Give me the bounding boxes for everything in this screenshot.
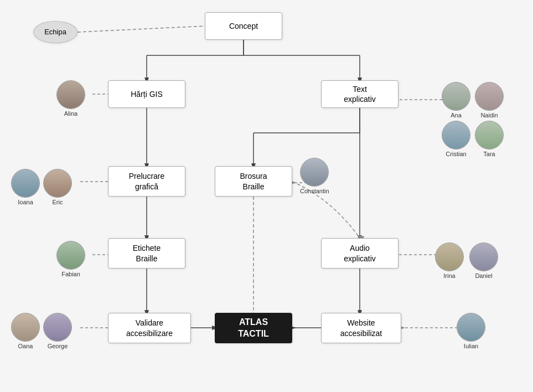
node-validare: Validare accesibilizare (108, 313, 191, 343)
avatar-wrapper-iulian: Iulian (457, 313, 485, 349)
avatar-wrapper-ana: Ana (442, 82, 470, 118)
avatar-label-alina: Alina (64, 110, 77, 117)
node-audio: Audio explicativ (321, 238, 399, 269)
node-text-explicativ: Text explicativ (321, 80, 399, 108)
text-explicativ-label: Text explicativ (344, 84, 376, 104)
avatar-eric (43, 169, 72, 198)
prelucrare-label: Prelucrare grafică (129, 171, 165, 191)
avatar-wrapper-constantin: Constantin (300, 158, 329, 194)
svg-line-0 (77, 26, 205, 32)
avatar-ana (442, 82, 470, 111)
avatar-label-eric: Eric (53, 199, 63, 205)
avatar-label-constantin: Constantin (300, 188, 329, 194)
etichete-label: Etichete Braille (133, 243, 161, 263)
node-prelucrare: Prelucrare grafică (108, 166, 185, 197)
avatar-wrapper-cristian: Cristian (442, 121, 470, 157)
avatar-wrapper-tara: Tara (475, 121, 504, 157)
avatar-label-oana: Oana (18, 343, 33, 349)
avatar-tara (475, 121, 504, 149)
avatar-irina (435, 243, 464, 271)
node-concept: Concept (205, 12, 282, 40)
avatar-naidin (475, 82, 504, 111)
avatar-label-iulian: Iulian (464, 343, 478, 349)
avatar-alina (56, 80, 85, 109)
node-echipa: Echipa (33, 21, 77, 43)
node-harti-gis: Hărți GIS (108, 80, 185, 108)
avatar-iulian (457, 313, 485, 342)
avatar-oana (11, 313, 40, 342)
avatar-label-george: George (48, 343, 68, 349)
avatar-wrapper-oana: Oana (11, 313, 40, 349)
echipa-label: Echipa (44, 28, 66, 37)
audio-label: Audio explicativ (344, 243, 376, 263)
harti-gis-label: Hărți GIS (131, 89, 163, 99)
concept-label: Concept (229, 21, 258, 31)
avatar-wrapper-ioana: Ioana (11, 169, 40, 205)
avatar-ioana (11, 169, 40, 198)
node-website: Website accesibilizat (321, 313, 401, 343)
node-brosura: Brosura Braille (215, 166, 292, 197)
avatar-fabian (56, 241, 85, 270)
website-label: Website accesibilizat (340, 318, 382, 338)
avatar-label-ioana: Ioana (18, 199, 33, 205)
avatar-wrapper-irina: Irina (435, 243, 464, 279)
avatar-label-cristian: Cristian (446, 151, 466, 157)
avatar-label-irina: Irina (443, 272, 455, 279)
brosura-label: Brosura Braille (240, 171, 267, 191)
avatar-daniel (469, 243, 498, 271)
node-etichete: Etichete Braille (108, 238, 185, 269)
avatar-label-ana: Ana (451, 112, 462, 118)
avatar-george (43, 313, 72, 342)
avatar-wrapper-daniel: Daniel (469, 243, 498, 279)
avatar-wrapper-fabian: Fabian (56, 241, 85, 277)
diagram-container: Echipa Concept Hărți GIS Text explicativ… (0, 0, 533, 392)
avatar-label-naidin: Naidin (480, 112, 498, 118)
node-atlas: ATLAS TACTIL (215, 313, 292, 343)
avatar-constantin (300, 158, 329, 187)
avatar-wrapper-alina: Alina (56, 80, 85, 117)
avatar-wrapper-naidin: Naidin (475, 82, 504, 118)
avatar-cristian (442, 121, 470, 149)
avatar-wrapper-eric: Eric (43, 169, 72, 205)
avatar-wrapper-george: George (43, 313, 72, 349)
avatar-label-fabian: Fabian (61, 271, 80, 277)
avatar-label-tara: Tara (483, 151, 495, 157)
atlas-label: ATLAS TACTIL (238, 317, 269, 340)
validare-label: Validare accesibilizare (126, 318, 173, 338)
avatar-label-daniel: Daniel (475, 272, 492, 279)
